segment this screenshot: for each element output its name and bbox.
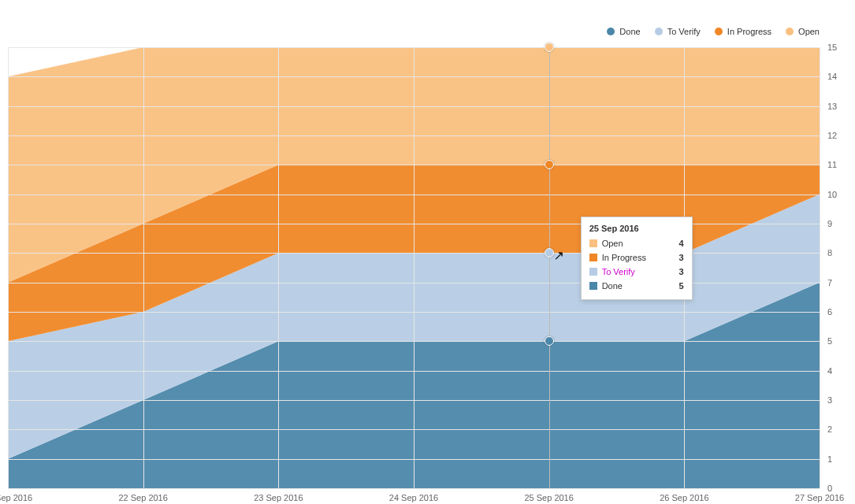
tooltip-row: Open4 (589, 236, 684, 250)
x-tick-label: 24 Sep 2016 (389, 493, 438, 502)
chart-legend: Done To Verify In Progress Open (8, 27, 820, 36)
tooltip-swatch-icon (589, 254, 597, 261)
legend-dot-icon (715, 28, 723, 35)
tooltip-series-label: In Progress (602, 250, 667, 265)
tooltip-row: In Progress3 (589, 250, 684, 265)
tooltip-series-label: Done (602, 279, 667, 293)
legend-item-to-verify[interactable]: To Verify (655, 27, 701, 36)
x-tick-label: 27 Sep 2016 (795, 493, 844, 502)
gridline-v (278, 47, 279, 488)
y-tick-label: 5 (827, 336, 851, 346)
tooltip-series-value: 3 (679, 265, 684, 279)
tooltip-series-value: 5 (679, 279, 684, 293)
legend-item-open[interactable]: Open (786, 27, 820, 36)
gridline-v (414, 47, 414, 488)
tooltip-swatch-icon (589, 268, 597, 276)
gridline-v (820, 47, 820, 488)
legend-item-done[interactable]: Done (607, 27, 640, 36)
tooltip-row: Done5 (589, 279, 684, 293)
legend-label: In Progress (727, 27, 771, 36)
tooltip-swatch-icon (589, 282, 597, 290)
tooltip-series-label: To Verify (602, 265, 667, 279)
y-tick-label: 4 (827, 366, 851, 376)
y-tick-label: 10 (827, 190, 851, 199)
gridline-h (8, 488, 820, 489)
tooltip-series-label: Open (602, 236, 667, 250)
hover-marker-open (545, 43, 554, 52)
hover-tooltip: 25 Sep 2016Open4In Progress3To Verify3Do… (581, 217, 693, 300)
tooltip-row: To Verify3 (589, 265, 684, 279)
legend-dot-icon (655, 28, 663, 35)
legend-label: Open (798, 27, 820, 36)
gridline-v (143, 47, 144, 488)
x-tick-label: 23 Sep 2016 (254, 493, 303, 502)
y-tick-label: 11 (827, 160, 851, 169)
hover-guideline (549, 47, 550, 488)
tooltip-series-value: 4 (679, 236, 684, 250)
y-tick-label: 13 (827, 102, 851, 111)
y-tick-label: 8 (827, 248, 851, 258)
legend-dot-icon (607, 28, 615, 35)
y-tick-label: 3 (827, 395, 851, 405)
y-tick-label: 9 (827, 219, 851, 228)
hover-marker-done (545, 336, 554, 346)
tooltip-title: 25 Sep 2016 (589, 224, 684, 233)
tooltip-swatch-icon (589, 239, 597, 247)
gridline-v (8, 47, 9, 488)
y-tick-label: 7 (827, 278, 851, 287)
legend-item-in-progress[interactable]: In Progress (715, 27, 771, 36)
legend-label: Done (619, 27, 640, 36)
y-tick-label: 1 (827, 454, 851, 464)
x-tick-label: 21 Sep 2016 (0, 493, 32, 502)
hover-marker-to-verify (545, 248, 554, 258)
tooltip-series-value: 3 (679, 250, 684, 265)
plot-area[interactable]: 012345678910111213141521 Sep 201622 Sep … (8, 47, 820, 489)
y-tick-label: 0 (827, 484, 851, 493)
stacked-area-chart: Done To Verify In Progress Open 01234567… (0, 0, 855, 504)
y-tick-label: 12 (827, 131, 851, 140)
hover-marker-in-progress (545, 160, 554, 169)
legend-dot-icon (786, 28, 794, 35)
x-tick-label: 25 Sep 2016 (524, 493, 573, 502)
y-tick-label: 14 (827, 72, 851, 81)
y-tick-label: 6 (827, 307, 851, 317)
y-tick-label: 2 (827, 424, 851, 434)
x-tick-label: 22 Sep 2016 (118, 493, 167, 502)
legend-label: To Verify (667, 27, 701, 36)
y-tick-label: 15 (827, 43, 851, 52)
x-tick-label: 26 Sep 2016 (660, 493, 708, 502)
